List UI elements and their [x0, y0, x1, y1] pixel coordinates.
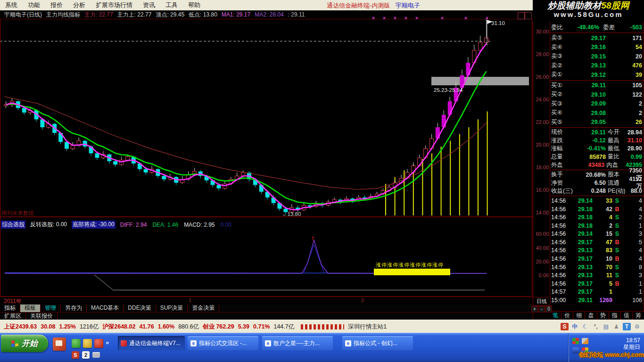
taskbar-button-1[interactable]: e指标公式交流区 -... — [188, 336, 258, 350]
tick-row-6[interactable]: 14:5629.1383S4 — [550, 247, 644, 255]
stat2-row-2-label-2: PE(动) — [606, 187, 627, 195]
tray-update-icon[interactable] — [582, 338, 588, 344]
tick-count: 1 — [622, 288, 642, 295]
period-label[interactable]: 日线 — [533, 297, 551, 306]
tick-row-7[interactable]: 14:5629.1710B4 — [550, 255, 644, 263]
tick-row-8[interactable]: 14:5629.1370S8 — [550, 263, 644, 272]
moon-icon[interactable]: ☾ — [581, 323, 589, 330]
tab-资金决策[interactable]: 资金决策 — [188, 304, 219, 312]
tab-MACD基本[interactable]: MACD基本 — [87, 304, 124, 312]
tick-row-1[interactable]: 14:5629.1842B4 — [550, 205, 644, 214]
tick-row-9[interactable]: 14:5629.1311S3 — [550, 271, 644, 280]
tab-DDE决策[interactable]: DDE决策 — [124, 304, 156, 312]
zoom-button-0[interactable]: 0 — [545, 306, 552, 313]
ask-row-4[interactable]: 卖④29.1654 — [550, 43, 644, 52]
zoom-button-+[interactable]: + — [531, 306, 538, 313]
bid-row-2[interactable]: 买②29.10122 — [550, 90, 644, 99]
tick-direction: B — [612, 255, 622, 262]
start-button[interactable]: 开始 — [1, 335, 48, 352]
panel-tab-筹[interactable]: 筹 — [632, 312, 644, 320]
chart-corner-icon[interactable] — [525, 12, 532, 19]
panel-tab-笔[interactable]: 笔 — [550, 312, 561, 320]
notes-icon[interactable]: ▤ — [602, 323, 610, 330]
candle-down — [144, 169, 148, 173]
tab-指标[interactable]: 指标 — [0, 304, 20, 312]
tick-row-11[interactable]: 14:5729.1711 — [550, 288, 644, 296]
ask-row-1[interactable]: 卖①29.1239 — [550, 70, 644, 80]
tick-row-10[interactable]: 14:5629.175B1 — [550, 280, 644, 288]
tab-关联报价[interactable]: 关联报价 — [26, 313, 58, 320]
tab-另存为[interactable]: 另存为 — [61, 304, 87, 312]
main-chart[interactable] — [0, 19, 533, 297]
bid-row-3[interactable]: 买③29.092 — [550, 99, 644, 109]
chinese-input-icon[interactable]: 中 — [571, 323, 579, 330]
panel-separator — [550, 80, 644, 81]
ask-row-2[interactable]: 卖②29.13476 — [550, 61, 644, 71]
app-version-label: 通达信金融终端-内测版 — [327, 2, 390, 9]
tick-direction: S — [612, 247, 622, 254]
tick-row-3[interactable]: 14:5629.182S1 — [550, 222, 644, 230]
degree-icon[interactable]: °, — [592, 323, 600, 330]
quicklaunch-red-icon[interactable] — [94, 339, 103, 348]
menu-item-6[interactable]: 工具 — [160, 1, 183, 9]
bid-label: 买① — [551, 82, 571, 90]
axis-label: 0.00 — [539, 272, 549, 278]
zoom-button--[interactable]: - — [538, 306, 545, 313]
taskbar-button-0[interactable]: 通达信金融终端V7... — [118, 336, 185, 350]
panel-tab-细[interactable]: 细 — [573, 312, 585, 320]
panel-tab-价[interactable]: 价 — [561, 312, 573, 320]
tab-SUP决策[interactable]: SUP决策 — [156, 304, 188, 312]
user-icon[interactable]: ♟ — [612, 323, 620, 330]
quicklaunch-yellow-icon[interactable] — [83, 339, 92, 348]
panel-tab-盘[interactable]: 盘 — [585, 312, 596, 320]
taskbar-button-3[interactable]: e指标公式 - 创幻... — [342, 336, 413, 350]
shirt-icon[interactable]: T — [623, 323, 631, 330]
panel-tab-值[interactable]: 值 — [620, 312, 632, 320]
tick-row-12[interactable]: 15:0029.111269106 — [550, 296, 644, 304]
bid-row-1[interactable]: 买①29.11105 — [550, 81, 644, 90]
tick-row-5[interactable]: 14:5629.1747B5 — [550, 238, 644, 247]
tick-row-2[interactable]: 14:5629.184S2 — [550, 213, 644, 222]
ask-row-3[interactable]: 卖③29.1520 — [550, 52, 644, 61]
quicklaunch-2-icon[interactable]: 2 — [82, 351, 90, 359]
bid-volume: 105 — [606, 82, 642, 89]
quicklaunch-green-icon[interactable] — [72, 339, 81, 348]
quicklaunch-printer-icon[interactable] — [92, 352, 100, 358]
ask-row-5[interactable]: 卖⑤29.17171 — [550, 33, 644, 43]
taskbar-clock[interactable]: 18:57 星期日 — [623, 337, 640, 350]
tick-time: 15:00 — [551, 297, 569, 304]
tick-count: 3 — [622, 230, 642, 237]
menu-item-5[interactable]: 资讯 — [138, 1, 160, 9]
quicklaunch-app-icon[interactable] — [53, 337, 66, 351]
stat2-row-1-value-1: 6.50 — [576, 180, 606, 186]
tick-volume: 42 — [593, 206, 612, 213]
taskbar-button-2[interactable]: e散户之星----主力... — [262, 336, 333, 350]
quicklaunch-chevron-icon[interactable]: » — [106, 339, 109, 346]
menu-item-4[interactable]: 扩展市场行情 — [91, 1, 138, 9]
menu-item-7[interactable]: 帮助 — [183, 1, 206, 9]
wrench-icon[interactable]: ⚙ — [633, 323, 641, 330]
menu-item-0[interactable]: 系统 — [0, 1, 23, 9]
panel-tab-势[interactable]: 势 — [597, 312, 609, 320]
ask-volume: 171 — [606, 35, 642, 41]
quote-panel: 委比-49.46%委差-503卖⑤29.17171卖④29.1654卖③29.1… — [550, 19, 644, 311]
chart-corner-icon[interactable] — [518, 12, 525, 19]
tick-row-0[interactable]: 14:5629.1433S4 — [550, 197, 644, 205]
bid-row-5[interactable]: 买⑤29.0526 — [550, 118, 644, 127]
tick-price: 29.13 — [569, 247, 593, 254]
panel-tab-指[interactable]: 指 — [609, 312, 620, 320]
tab-模板[interactable]: 模板 — [20, 304, 41, 312]
tick-price: 29.18 — [569, 206, 593, 213]
stock-app-icon[interactable]: S — [561, 323, 569, 330]
tray-antivirus-icon[interactable] — [572, 338, 579, 344]
menu-item-3[interactable]: 分析 — [68, 1, 91, 9]
quicklaunch-s-icon[interactable]: S — [72, 351, 79, 359]
tab-扩展区[interactable]: 扩展区 — [0, 313, 26, 320]
watermark-taskbar: 创幻论坛 www.chj.com — [565, 351, 644, 359]
bid-row-4[interactable]: 买④29.082 — [550, 108, 644, 118]
index-segment-2: 1.25% — [59, 323, 75, 330]
tab-管理[interactable]: 管理 — [41, 304, 61, 312]
menu-item-2[interactable]: 报价 — [45, 1, 68, 9]
menu-item-1[interactable]: 功能 — [23, 1, 45, 9]
tick-row-4[interactable]: 14:5629.1415S3 — [550, 230, 644, 239]
